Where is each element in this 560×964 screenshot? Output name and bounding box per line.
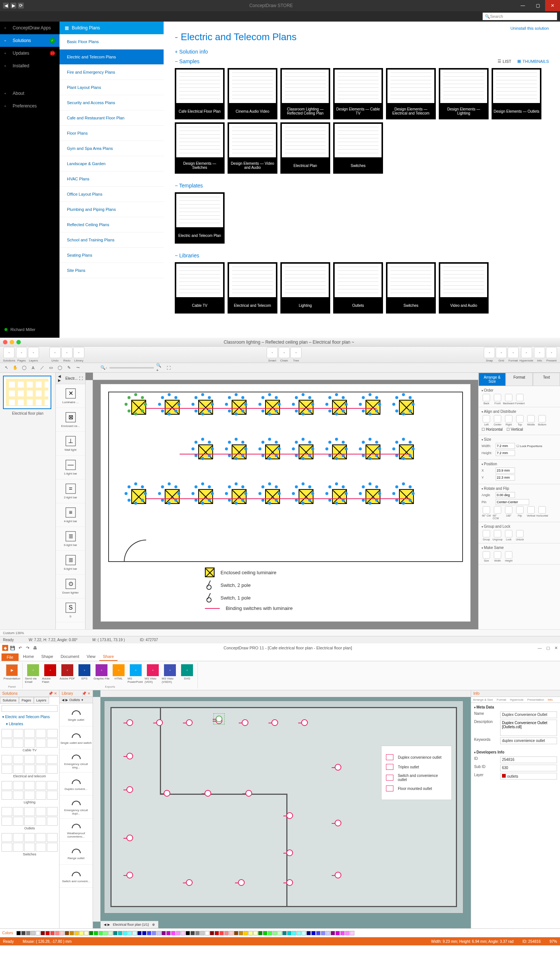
color-swatch[interactable]	[301, 931, 306, 935]
section-same[interactable]: Make Same	[482, 546, 557, 550]
nav-item[interactable]: ▫Updates10	[0, 47, 60, 60]
forward-button[interactable]: Forward	[515, 394, 525, 405]
outlet[interactable]	[287, 879, 293, 886]
luminaire[interactable]	[399, 489, 414, 504]
tab-format[interactable]: Format	[506, 373, 533, 386]
outlet[interactable]	[205, 790, 211, 796]
color-swatch[interactable]	[340, 931, 345, 935]
ribbon-tab[interactable]: Shape	[37, 653, 57, 661]
color-swatch[interactable]	[99, 931, 103, 935]
pages-button[interactable]: ▫	[16, 347, 27, 358]
color-swatch[interactable]	[220, 931, 224, 935]
color-swatch[interactable]	[123, 931, 127, 935]
color-swatch[interactable]	[205, 931, 209, 935]
nav-item[interactable]: ▫About	[0, 87, 60, 100]
color-swatch[interactable]	[282, 931, 287, 935]
content-tile[interactable]: Design Elements — Switches	[175, 122, 225, 174]
color-swatch[interactable]	[176, 931, 180, 935]
shape-item[interactable]: ≣6-light bar	[56, 527, 85, 551]
outlet[interactable]	[246, 790, 252, 796]
tab-pages[interactable]: Pages	[19, 697, 34, 703]
color-swatch[interactable]	[258, 931, 262, 935]
export-html-button[interactable]: ▫HTML	[111, 663, 127, 684]
vertical-button[interactable]: Vertical	[526, 506, 536, 519]
zoom-slider[interactable]	[109, 367, 154, 368]
export-eps-button[interactable]: ▫EPS	[76, 663, 93, 684]
ungroup-button[interactable]: Ungroup	[493, 530, 502, 541]
nav-item[interactable]: ▫Solutions✓	[0, 34, 60, 47]
color-swatch[interactable]	[268, 931, 272, 935]
content-tile[interactable]: Electrical and Telecom	[228, 262, 277, 314]
grid-button[interactable]: ▫	[496, 347, 507, 358]
close-icon[interactable]: ✕	[554, 646, 558, 650]
pin-icon[interactable]: 📌 ✕	[82, 691, 90, 695]
pin-select[interactable]	[496, 499, 529, 505]
content-tile[interactable]: Switches	[386, 262, 436, 314]
luminaire[interactable]	[198, 445, 213, 459]
shape-item[interactable]: ⊥Wall light	[56, 432, 85, 456]
outlet[interactable]	[272, 719, 278, 726]
section-libraries[interactable]: Libraries	[175, 252, 549, 259]
outlet[interactable]	[186, 879, 193, 886]
color-swatch[interactable]	[287, 931, 291, 935]
backward-button[interactable]: Backward	[504, 394, 513, 405]
save-icon[interactable]: 💾	[10, 645, 16, 651]
pointer-icon[interactable]: ↖	[3, 365, 10, 371]
category-item[interactable]: Office Layout Plans	[60, 187, 164, 202]
maximize-icon[interactable]: ▢	[546, 646, 550, 650]
outlet[interactable]	[156, 719, 163, 726]
luminaire[interactable]	[299, 489, 313, 504]
color-swatch[interactable]	[181, 931, 185, 935]
color-swatch[interactable]	[50, 931, 55, 935]
solutions-button[interactable]: ▫	[3, 347, 15, 358]
file-tab[interactable]: File	[2, 653, 19, 661]
color-swatch[interactable]	[118, 931, 122, 935]
layer-field[interactable]: outlets	[500, 773, 557, 780]
color-swatch[interactable]	[21, 931, 26, 935]
ccw-button[interactable]: 90° CCW	[493, 506, 502, 519]
luminaire[interactable]	[366, 489, 380, 504]
content-tile[interactable]: Electric and Telecom Plan	[175, 192, 225, 244]
library-set[interactable]: Lighting	[2, 781, 58, 804]
tab-layers[interactable]: Layers	[34, 697, 49, 703]
color-swatch[interactable]	[147, 931, 151, 935]
center-button[interactable]: Center	[493, 415, 502, 426]
front-button[interactable]: Front	[493, 394, 502, 405]
luminaire[interactable]	[366, 400, 380, 415]
category-item[interactable]: Floor Plans	[60, 126, 164, 141]
color-swatch[interactable]	[103, 931, 108, 935]
nav-item[interactable]: ▫Installed	[0, 60, 60, 72]
tab-solutions[interactable]: Solutions	[0, 697, 19, 703]
presentation-button[interactable]: ▶Presentation	[4, 663, 20, 684]
library-item[interactable]: Emergency circuit dupl...	[60, 796, 93, 819]
zoom-fit-icon[interactable]: ⛶	[165, 365, 172, 371]
content-tile[interactable]: Outlets	[333, 262, 383, 314]
luminaire[interactable]	[366, 445, 380, 459]
line-icon[interactable]: ／	[39, 365, 46, 371]
library-item[interactable]: Range outlet	[60, 842, 93, 865]
search-input[interactable]	[2, 705, 58, 712]
color-swatch[interactable]	[292, 931, 296, 935]
section-group[interactable]: Group and Lock	[482, 524, 557, 529]
format-button[interactable]: ▫	[508, 347, 519, 358]
content-tile[interactable]: Video and Audio	[439, 262, 488, 314]
flip-button[interactable]: Flip	[515, 506, 525, 519]
ribbon-tab[interactable]: Share	[99, 653, 117, 661]
luminaire[interactable]	[265, 489, 280, 504]
group-button[interactable]: Group	[482, 530, 491, 541]
tree-item[interactable]: ▾ Electric and Telecom Plans	[0, 713, 59, 720]
outlet[interactable]	[335, 872, 341, 878]
category-item[interactable]: Electric and Telecom Plans	[60, 49, 164, 65]
library-item[interactable]: Weatherproof convenienc...	[60, 819, 93, 842]
color-swatch[interactable]	[156, 931, 161, 935]
content-tile[interactable]: Classroom Lighting — Reflected Ceiling P…	[280, 68, 330, 119]
color-swatch[interactable]	[89, 931, 93, 935]
size-button[interactable]: Size	[482, 551, 491, 562]
outlet[interactable]	[335, 820, 341, 826]
minimize-icon[interactable]: —	[515, 0, 530, 11]
library-item[interactable]: Emergency circuit sing...	[60, 749, 93, 772]
page-thumbnail[interactable]	[3, 376, 51, 409]
library-item[interactable]: Duplex conveni...	[60, 772, 93, 796]
shape-item[interactable]: ⊙Down lighter	[56, 575, 85, 598]
outlet[interactable]	[127, 872, 133, 878]
